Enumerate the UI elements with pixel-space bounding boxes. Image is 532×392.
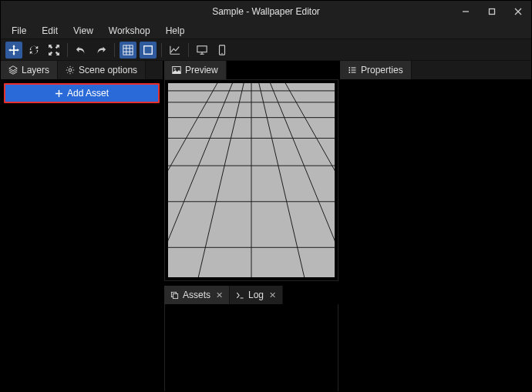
close-assets-tab-icon[interactable]: ✕ bbox=[216, 290, 223, 300]
window-title: Sample - Wallpaper Editor bbox=[212, 6, 320, 17]
svg-rect-4 bbox=[123, 45, 133, 54]
grid-button[interactable] bbox=[120, 42, 136, 59]
add-asset-button[interactable]: Add Asset bbox=[4, 83, 160, 103]
window-controls bbox=[453, 1, 531, 22]
tab-properties[interactable]: Properties bbox=[340, 61, 412, 79]
left-panel-tabs: Layers Scene options bbox=[1, 61, 163, 79]
mobile-button[interactable] bbox=[214, 42, 231, 59]
undo-button[interactable] bbox=[72, 42, 89, 59]
svg-point-15 bbox=[69, 69, 72, 72]
svg-point-19 bbox=[174, 69, 176, 70]
left-panel: Layers Scene options Add Asset bbox=[1, 61, 163, 392]
preview-area[interactable] bbox=[164, 79, 338, 281]
tab-scene-options[interactable]: Scene options bbox=[58, 61, 146, 79]
tab-layers[interactable]: Layers bbox=[1, 61, 58, 79]
monitor-icon bbox=[197, 45, 207, 55]
square-icon bbox=[143, 45, 153, 55]
bounds-button[interactable] bbox=[140, 42, 157, 59]
tab-properties-label: Properties bbox=[361, 65, 403, 75]
bottom-tabs: Assets ✕ Log ✕ bbox=[164, 286, 338, 304]
move-icon bbox=[8, 45, 19, 55]
fullscreen-button[interactable] bbox=[45, 42, 62, 59]
svg-rect-9 bbox=[144, 45, 153, 54]
main-area: Layers Scene options Add Asset Preview bbox=[1, 61, 531, 392]
tab-layers-label: Layers bbox=[22, 65, 49, 75]
menu-view[interactable]: View bbox=[66, 22, 101, 39]
tab-preview-label: Preview bbox=[185, 65, 218, 75]
menu-file[interactable]: File bbox=[4, 22, 34, 39]
svg-rect-1 bbox=[490, 9, 495, 15]
tab-log-label: Log bbox=[248, 290, 264, 300]
toolbar bbox=[1, 39, 531, 61]
menubar: File Edit View Workshop Help bbox=[1, 22, 531, 39]
preview-canvas bbox=[168, 83, 335, 277]
toolbar-separator bbox=[67, 43, 68, 57]
close-log-tab-icon[interactable]: ✕ bbox=[269, 290, 276, 300]
close-button[interactable] bbox=[505, 1, 531, 22]
refresh-icon bbox=[29, 45, 39, 55]
center-panel: Preview bbox=[163, 61, 340, 392]
menu-edit[interactable]: Edit bbox=[34, 22, 66, 39]
tab-assets-label: Assets bbox=[183, 290, 210, 300]
add-asset-label: Add Asset bbox=[67, 88, 109, 99]
redo-button[interactable] bbox=[93, 42, 109, 59]
toolbar-separator bbox=[114, 43, 115, 57]
terminal-icon bbox=[236, 291, 244, 300]
tab-log[interactable]: Log ✕ bbox=[230, 286, 283, 304]
menu-help[interactable]: Help bbox=[158, 22, 193, 39]
stats-button[interactable] bbox=[167, 42, 184, 59]
toolbar-separator bbox=[161, 43, 162, 57]
tab-assets[interactable]: Assets ✕ bbox=[164, 286, 230, 304]
undo-icon bbox=[76, 45, 86, 55]
chart-icon bbox=[170, 45, 180, 55]
right-panel: Properties bbox=[340, 61, 531, 392]
titlebar: Sample - Wallpaper Editor bbox=[1, 1, 531, 22]
expand-icon bbox=[49, 45, 59, 55]
grid-icon bbox=[123, 45, 133, 55]
image-icon bbox=[172, 65, 181, 75]
right-panel-tabs: Properties bbox=[340, 61, 531, 79]
svg-point-38 bbox=[348, 69, 350, 71]
gear-icon bbox=[66, 65, 75, 75]
plus-icon bbox=[55, 89, 63, 98]
layers-icon bbox=[8, 65, 18, 75]
phone-icon bbox=[217, 45, 227, 55]
redo-icon bbox=[96, 45, 106, 55]
tab-preview[interactable]: Preview bbox=[164, 61, 227, 79]
assets-body[interactable] bbox=[164, 304, 338, 392]
svg-point-37 bbox=[348, 67, 350, 69]
desktop-button[interactable] bbox=[194, 42, 210, 59]
tab-scene-options-label: Scene options bbox=[79, 65, 137, 75]
copy-icon bbox=[170, 291, 179, 300]
svg-rect-36 bbox=[173, 293, 177, 298]
preview-tabs: Preview bbox=[164, 61, 338, 79]
toolbar-separator bbox=[188, 43, 189, 57]
minimize-button[interactable] bbox=[453, 1, 479, 22]
menu-workshop[interactable]: Workshop bbox=[101, 22, 158, 39]
move-tool-button[interactable] bbox=[5, 42, 22, 59]
list-icon bbox=[348, 65, 357, 75]
maximize-button[interactable] bbox=[479, 1, 505, 22]
svg-point-39 bbox=[348, 72, 350, 73]
svg-point-14 bbox=[221, 52, 222, 53]
svg-rect-10 bbox=[197, 45, 207, 52]
refresh-button[interactable] bbox=[25, 42, 42, 59]
